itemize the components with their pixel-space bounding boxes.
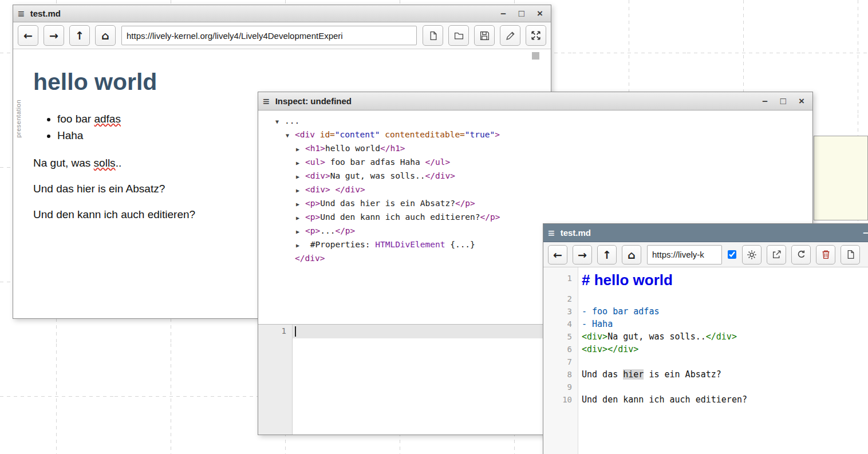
reload-icon — [796, 250, 806, 259]
window-menu-button[interactable]: ≡ — [263, 96, 270, 107]
code-segment: Na gut, was solls.. — [330, 171, 425, 180]
text-run: Haha — [57, 129, 83, 141]
scrollbar-stub[interactable] — [532, 52, 539, 60]
titlebar[interactable]: ≡ Inspect: undefined –□× — [258, 92, 812, 110]
titlebar[interactable]: ≡ test.md –□× — [543, 224, 868, 242]
new-file-button[interactable] — [423, 25, 443, 46]
minimize-button[interactable]: – — [762, 96, 767, 106]
url-input[interactable] — [647, 245, 722, 264]
code-segment: <div> — [582, 331, 607, 342]
editor-line[interactable]: 7 — [543, 356, 868, 368]
code-segment: Und das hier is ein Absatz? — [320, 199, 455, 208]
maximize-button[interactable]: □ — [780, 96, 786, 106]
editor-line[interactable]: 3- foo bar adfas — [543, 305, 868, 318]
dom-tree-node[interactable]: ▶<p>Und das hier is ein Absatz?</p> — [275, 197, 812, 211]
open-external-icon — [772, 250, 782, 259]
url-input[interactable] — [121, 26, 417, 45]
titlebar[interactable]: ≡ test.md –□× — [13, 5, 551, 22]
collapsed-arrow-icon[interactable]: ▶ — [296, 171, 305, 183]
dom-tree-node[interactable]: ▼<div id="content" contenteditable="true… — [275, 128, 812, 142]
expanded-arrow-icon[interactable]: ▼ — [286, 129, 295, 142]
auto-update-checkbox[interactable] — [728, 250, 736, 259]
save-button[interactable] — [474, 25, 495, 46]
up-button[interactable]: ↑ — [69, 25, 90, 46]
close-button[interactable]: × — [799, 96, 804, 106]
forward-button[interactable]: → — [573, 245, 592, 264]
code-editor[interactable]: 1# hello world23- foo bar adfas4- Haha5<… — [543, 267, 868, 454]
editor-line[interactable]: 4- Haha — [543, 318, 868, 330]
code-segment: <p> — [305, 212, 320, 222]
edit-icon — [506, 31, 515, 41]
window-title: Inspect: undefined — [275, 96, 352, 106]
expanded-arrow-icon[interactable]: ▼ — [275, 116, 285, 128]
minimize-button[interactable]: – — [500, 9, 506, 18]
collapsed-arrow-icon[interactable]: ▶ — [296, 212, 305, 224]
settings-button[interactable] — [742, 245, 762, 264]
maximize-button[interactable]: □ — [519, 9, 524, 18]
collapsed-arrow-icon[interactable]: ▶ — [296, 143, 305, 156]
collapsed-arrow-icon[interactable]: ▶ — [296, 198, 305, 211]
code-segment: HTMLDivElement — [375, 240, 445, 249]
new-file-button[interactable] — [841, 245, 860, 264]
editor-line[interactable]: 9 — [543, 381, 868, 393]
dom-tree-node[interactable]: ▼... — [275, 115, 812, 128]
editor-line[interactable]: 5<div>Na gut, was solls..</div> — [543, 330, 868, 343]
up-button[interactable]: ↑ — [597, 245, 617, 264]
editor-line[interactable]: 10Und den kann ich auch editieren? — [543, 393, 868, 406]
presentation-label: presentation — [15, 100, 22, 138]
dom-tree-node[interactable]: ▶<div>Na gut, was solls..</div> — [275, 169, 812, 183]
collapsed-arrow-icon[interactable]: ▶ — [296, 239, 305, 252]
collapsed-arrow-icon[interactable]: ▶ — [296, 226, 305, 238]
folder-button[interactable] — [448, 25, 469, 46]
open-external-button[interactable] — [767, 245, 786, 264]
editor-line[interactable]: 8Und das hier is ein Absatz? — [543, 368, 868, 381]
code-segment: # hello world — [582, 271, 673, 289]
dom-tree-node[interactable]: ▶<h1>hello world</h1> — [275, 142, 812, 156]
editor-line-code — [578, 293, 868, 305]
edit-button[interactable] — [500, 25, 520, 46]
up-icon: ↑ — [75, 29, 84, 42]
code-segment: hello world — [325, 144, 380, 153]
minimize-button[interactable]: – — [863, 228, 868, 238]
editor-lines: 1# hello world23- foo bar adfas4- Haha5<… — [543, 267, 868, 406]
code-segment: <div — [295, 130, 320, 139]
collapsed-arrow-icon[interactable]: ▶ — [296, 184, 305, 197]
editor-line[interactable]: 1# hello world — [543, 270, 868, 293]
back-button[interactable]: ← — [548, 245, 567, 264]
forward-button[interactable]: → — [44, 25, 64, 46]
collapsed-arrow-icon[interactable]: ▶ — [296, 157, 305, 169]
back-icon: ← — [553, 248, 562, 261]
window-menu-button[interactable]: ≡ — [18, 8, 25, 19]
home-button[interactable]: ⌂ — [622, 245, 641, 264]
reload-button[interactable] — [791, 245, 811, 264]
dom-tree-node[interactable]: ▶<p>Und den kann ich auch editieren?</p> — [275, 211, 812, 224]
delete-button[interactable] — [816, 245, 835, 264]
home-button[interactable]: ⌂ — [95, 25, 116, 46]
maximize-icon: □ — [519, 8, 524, 19]
code-segment: id= — [320, 130, 335, 139]
close-button[interactable]: × — [537, 9, 543, 18]
minimize-icon: – — [863, 227, 868, 238]
back-button[interactable]: ← — [18, 25, 38, 46]
nav-button-group: ←→↑⌂ — [18, 25, 116, 46]
editor-line[interactable]: 6<div></div> — [543, 343, 868, 356]
line-number: 6 — [543, 343, 578, 356]
settings-icon — [747, 250, 757, 260]
dom-tree-node[interactable]: ▶<div> </div> — [275, 183, 812, 197]
line-number: 8 — [543, 368, 578, 381]
window-controls: –□× — [863, 228, 868, 238]
window-menu-button[interactable]: ≡ — [548, 227, 555, 239]
dom-tree-node[interactable]: ▶<ul> foo bar adfas Haha </ul> — [275, 156, 812, 169]
fullscreen-button[interactable] — [526, 25, 546, 46]
home-icon: ⌂ — [101, 29, 109, 42]
folder-icon — [454, 31, 464, 41]
code-segment: Und den kann ich auch editieren? — [320, 212, 480, 222]
editor-line[interactable]: 2 — [543, 293, 868, 305]
code-segment: "content" — [335, 130, 380, 139]
back-icon: ← — [23, 29, 33, 42]
code-segment: ... — [320, 226, 335, 235]
code-segment: Na gut, was solls.. — [607, 331, 706, 342]
browser-toolbar: ←→↑⌂ — [13, 22, 551, 49]
hamburger-icon: ≡ — [263, 95, 270, 108]
text-run: Und den kann ich auch editieren? — [33, 208, 195, 220]
